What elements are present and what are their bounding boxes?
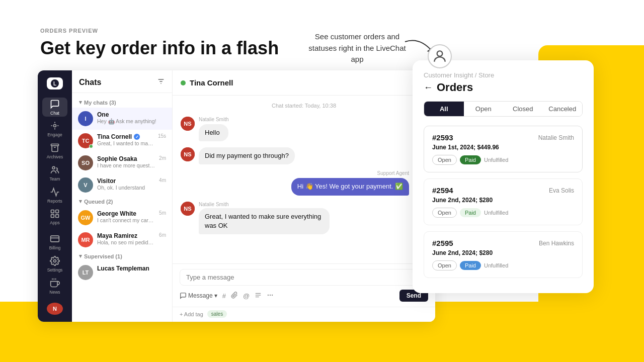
chat-list-body: ▾ My chats (3) I One Hey 🤖 Ask me anythi… <box>72 93 172 322</box>
message-row-2: NS Did my payment go through? <box>181 147 427 164</box>
msg-group-1: Natalie Smith Hello <box>199 117 228 141</box>
chat-time-sophie: 2m <box>159 155 166 161</box>
chat-preview-george: I can't connect my card... <box>97 217 155 223</box>
profile-icon-container <box>428 44 452 68</box>
chat-list-header: Chats <box>72 70 172 93</box>
order-badges-3: Open Paid Unfulfilled <box>432 260 574 270</box>
queued-header: ▾ Queued (2) <box>72 196 172 207</box>
order-date-2: June 2nd, 2024; $280 <box>432 197 574 204</box>
page-title: Get key order info in a flash <box>40 38 279 58</box>
order-header-3: #2595 Ben Hawkins <box>432 239 574 247</box>
svg-point-22 <box>272 295 273 295</box>
sidebar-item-engage[interactable]: Engage <box>42 120 67 139</box>
chat-avatar-tina-wrap: TC <box>78 133 93 148</box>
sidebar: L Chat Engage Archives <box>38 70 72 322</box>
chat-item-tina[interactable]: TC Tina Cornell ✓ Great, I wanted to mak… <box>72 130 172 152</box>
badge-paid-3: Paid <box>460 261 481 270</box>
sidebar-billing-label: Billing <box>49 245 61 250</box>
back-arrow-icon[interactable]: ← <box>424 82 433 93</box>
message-dropdown-btn[interactable]: Message ▾ <box>180 292 217 299</box>
sidebar-item-news[interactable]: News <box>42 277 67 296</box>
sidebar-item-settings[interactable]: Settings <box>42 254 67 274</box>
more-tools-icon[interactable] <box>267 292 274 300</box>
order-date-3: June 2nd, 2024; $280 <box>432 249 574 256</box>
chat-avatar-one: I <box>78 111 93 126</box>
order-number-1: #2593 <box>432 133 453 142</box>
chat-preview-sophie: I have one more question. Could... <box>97 162 155 168</box>
badge-paid-1: Paid <box>460 155 481 164</box>
chat-started-label: Chat started: Today, 10:38 <box>181 103 427 109</box>
tags-row: + Add tag sales <box>173 307 435 322</box>
header-section: ORDERS PREVIEW Get key order info in a f… <box>40 28 279 58</box>
hash-icon[interactable]: # <box>222 292 226 300</box>
filter-icon[interactable] <box>157 77 165 87</box>
emoji-icon[interactable]: @ <box>243 292 250 300</box>
chat-main: Tina Cornell ··· Chat started: Today, 10… <box>173 70 435 322</box>
msg-group-3: Support Agent Hi 👋 Yes! We got your paym… <box>291 170 409 195</box>
svg-point-21 <box>270 295 271 295</box>
orders-tab-open[interactable]: Open <box>464 102 504 116</box>
sidebar-item-apps[interactable]: Apps <box>42 208 67 227</box>
chat-item-lucas[interactable]: LT Lucas Templeman <box>72 261 172 284</box>
chat-name-maya: Maya Ramirez <box>97 232 155 239</box>
orders-tab-closed[interactable]: Closed <box>503 102 543 116</box>
sidebar-item-chat[interactable]: Chat <box>42 98 67 117</box>
badge-paid-2: Paid <box>460 208 481 217</box>
chat-item-maya[interactable]: MR Maya Ramirez Hola, no seo mi pedido e… <box>72 229 172 251</box>
sidebar-item-billing[interactable]: Billing <box>42 233 67 252</box>
sidebar-item-reports[interactable]: Reports <box>42 186 67 205</box>
chat-preview-visitor: Oh, ok. I understand <box>97 185 155 191</box>
sidebar-item-archives[interactable]: Archives <box>42 142 67 161</box>
chat-info-george: George White I can't connect my card... <box>97 210 155 223</box>
svg-point-11 <box>54 259 56 262</box>
svg-point-5 <box>52 166 55 169</box>
my-chats-header: ▾ My chats (3) <box>72 97 172 108</box>
badge-open-2: Open <box>432 208 457 218</box>
chat-preview-one: Hey 🤖 Ask me anything! <box>97 118 157 125</box>
order-badges-2: Open Paid Unfulfilled <box>432 208 574 218</box>
chat-item-sophie[interactable]: SO Sophie Osaka I have one more question… <box>72 152 172 174</box>
orders-tab-canceled[interactable]: Canceled <box>543 102 583 116</box>
svg-rect-8 <box>51 215 54 218</box>
badge-unfulfilled-1: Unfulfilled <box>484 157 508 163</box>
msg-bubble-2: Did my payment go through? <box>199 147 295 164</box>
contact-online-dot <box>181 80 186 85</box>
order-customer-1: Natalie Smith <box>538 134 574 141</box>
chat-avatar-visitor: V <box>78 177 93 193</box>
svg-rect-9 <box>56 215 59 218</box>
tag-sales[interactable]: sales <box>207 310 227 318</box>
sidebar-news-label: News <box>49 290 60 295</box>
chat-preview-maya: Hola, no seo mi pedido en la tia... <box>97 239 155 245</box>
msg-group-2: Did my payment go through? <box>199 147 295 164</box>
format-icon[interactable] <box>255 292 262 300</box>
msg-bubble-4: Great, I wanted to make sure everything … <box>199 208 330 234</box>
attachment-icon[interactable] <box>231 292 238 300</box>
order-number-2: #2594 <box>432 186 453 195</box>
add-tag-button[interactable]: + Add tag <box>180 311 203 317</box>
chat-avatar-lucas: LT <box>78 265 93 280</box>
page-label: ORDERS PREVIEW <box>40 28 279 34</box>
order-card-1: #2593 Natalie Smith June 1st, 2024; $449… <box>424 126 583 172</box>
msg-avatar-natalie-4: NS <box>181 202 195 216</box>
orders-tab-all[interactable]: All <box>424 102 464 116</box>
order-card-3: #2595 Ben Hawkins June 2nd, 2024; $280 O… <box>424 231 583 278</box>
chat-header: Tina Cornell ··· <box>173 70 435 96</box>
chat-messages: Chat started: Today, 10:38 NS Natalie Sm… <box>173 96 435 263</box>
orders-panel: Customer Insight / Store ← Orders All Op… <box>413 60 594 293</box>
chat-item-visitor[interactable]: V Visitor Oh, ok. I understand 4m <box>72 174 172 196</box>
order-badges-1: Open Paid Unfulfilled <box>432 155 574 165</box>
support-agent-label: Support Agent <box>377 170 409 176</box>
chat-time-tina: 15s <box>158 133 166 139</box>
svg-rect-4 <box>51 144 59 146</box>
sidebar-archives-label: Archives <box>47 154 63 159</box>
user-avatar[interactable]: N <box>47 303 63 315</box>
chat-item-george[interactable]: GW George White I can't connect my card.… <box>72 207 172 229</box>
sidebar-item-team[interactable]: Team <box>42 163 67 183</box>
chat-item-one[interactable]: I One Hey 🤖 Ask me anything! <box>72 108 172 130</box>
msg-bubble-3: Hi 👋 Yes! We got your payment. ✅ <box>291 178 409 195</box>
user-icon <box>432 48 448 64</box>
sidebar-apps-label: Apps <box>50 220 59 225</box>
chat-input[interactable] <box>180 269 428 286</box>
orders-tabs: All Open Closed Canceled <box>424 101 583 117</box>
sidebar-reports-label: Reports <box>47 199 62 204</box>
